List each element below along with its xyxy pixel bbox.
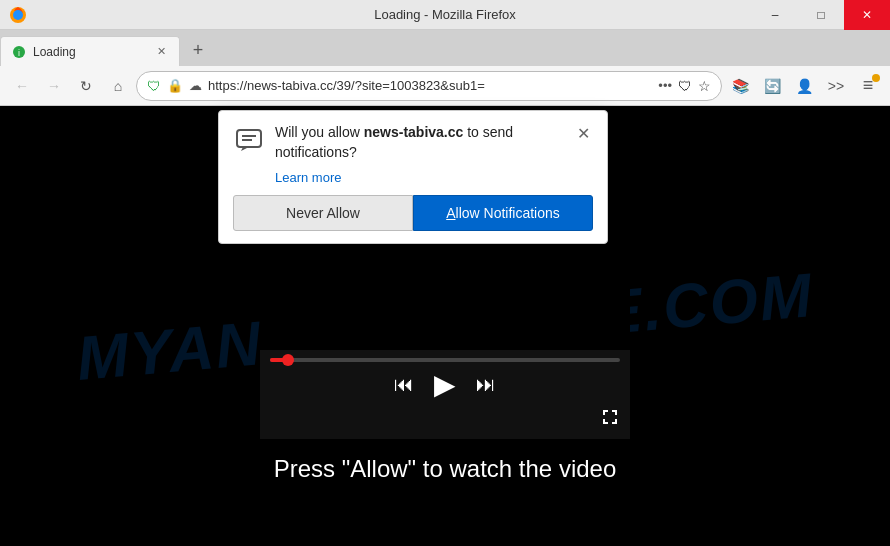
page-content: MYANTISPYWARE.COM Will you allow news-ta… xyxy=(0,106,890,546)
allow-underline-a: A xyxy=(446,205,455,221)
extensions-icon[interactable]: >> xyxy=(822,72,850,100)
more-options-icon[interactable]: ••• xyxy=(658,78,672,93)
popup-message: Will you allow news-tabiva.cc to send no… xyxy=(275,123,563,162)
notification-popup: Will you allow news-tabiva.cc to send no… xyxy=(218,110,608,244)
forward-button[interactable]: → xyxy=(40,72,68,100)
video-bottom-controls xyxy=(270,407,620,431)
menu-button[interactable]: ≡ xyxy=(854,72,882,100)
video-caption: Press "Allow" to watch the video xyxy=(274,455,617,483)
popup-header: Will you allow news-tabiva.cc to send no… xyxy=(233,123,593,162)
sync-icon[interactable]: 🔄 xyxy=(758,72,786,100)
fullscreen-button[interactable] xyxy=(600,407,620,431)
lock-icon: 🔒 xyxy=(167,78,183,93)
svg-point-1 xyxy=(13,10,23,20)
address-bar[interactable]: 🛡 🔒 ☁ https://news-tabiva.cc/39/?site=10… xyxy=(136,71,722,101)
shield-icon: 🛡 xyxy=(147,78,161,94)
close-button[interactable]: ✕ xyxy=(844,0,890,30)
nav-right-icons: 📚 🔄 👤 >> ≡ xyxy=(726,72,882,100)
video-playback-controls: ⏮ ▶ ⏭ xyxy=(270,368,620,401)
verify-icon: ☁ xyxy=(189,78,202,93)
video-controls: ⏮ ▶ ⏭ xyxy=(260,350,630,439)
home-button[interactable]: ⌂ xyxy=(104,72,132,100)
tab-label: Loading xyxy=(33,45,76,59)
next-button[interactable]: ⏭ xyxy=(476,373,496,396)
tab-bar: i Loading ✕ + xyxy=(0,30,890,66)
popup-close-button[interactable]: ✕ xyxy=(573,123,593,143)
back-button[interactable]: ← xyxy=(8,72,36,100)
prev-button[interactable]: ⏮ xyxy=(394,373,414,396)
tab-close-button[interactable]: ✕ xyxy=(153,44,169,60)
learn-more-link[interactable]: Learn more xyxy=(275,170,593,185)
active-tab[interactable]: i Loading ✕ xyxy=(0,36,180,66)
popup-buttons: Never Allow Allow Notifications xyxy=(233,195,593,231)
svg-text:i: i xyxy=(18,48,20,58)
title-bar-buttons: – □ ✕ xyxy=(752,0,890,30)
url-text: https://news-tabiva.cc/39/?site=1003823&… xyxy=(208,78,652,93)
tab-favicon: i xyxy=(11,44,27,60)
reload-button[interactable]: ↻ xyxy=(72,72,100,100)
minimize-button[interactable]: – xyxy=(752,0,798,30)
play-button[interactable]: ▶ xyxy=(434,368,456,401)
window-title: Loading - Mozilla Firefox xyxy=(374,7,516,22)
notification-chat-icon xyxy=(233,123,265,155)
maximize-button[interactable]: □ xyxy=(798,0,844,30)
video-progress-dot xyxy=(282,354,294,366)
account-icon[interactable]: 👤 xyxy=(790,72,818,100)
pocket-icon[interactable]: 🛡 xyxy=(678,78,692,94)
svg-rect-4 xyxy=(237,130,261,147)
bookmark-star-icon[interactable]: ☆ xyxy=(698,78,711,94)
new-tab-button[interactable]: + xyxy=(184,36,212,64)
never-allow-button[interactable]: Never Allow xyxy=(233,195,413,231)
nav-bar: ← → ↻ ⌂ 🛡 🔒 ☁ https://news-tabiva.cc/39/… xyxy=(0,66,890,106)
allow-text-rest: llow Notifications xyxy=(456,205,560,221)
allow-notifications-button[interactable]: Allow Notifications xyxy=(413,195,593,231)
firefox-icon xyxy=(8,5,28,25)
library-icon[interactable]: 📚 xyxy=(726,72,754,100)
video-progress-bar[interactable] xyxy=(270,358,620,362)
title-bar: Loading - Mozilla Firefox – □ ✕ xyxy=(0,0,890,30)
